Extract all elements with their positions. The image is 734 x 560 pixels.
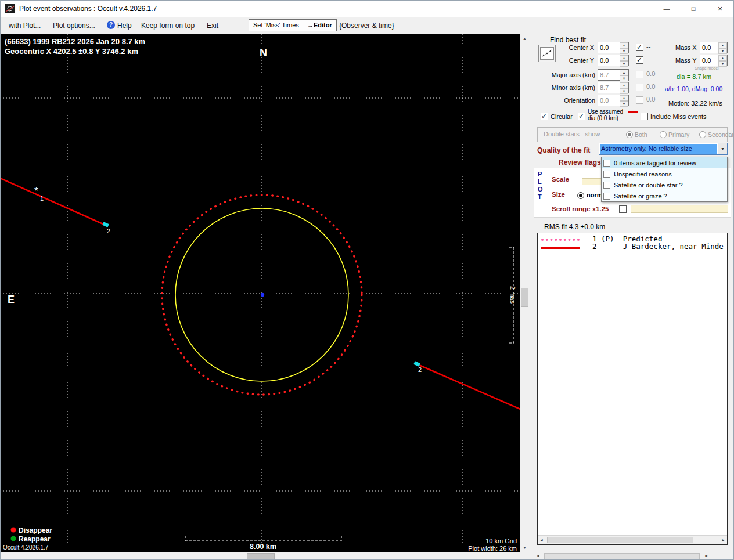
menu-plot-options[interactable]: Plot options...	[53, 21, 95, 30]
orientation-value[interactable]: 0.0	[598, 95, 620, 106]
center-y-checkbox[interactable]	[636, 56, 643, 64]
observation-row[interactable]: 2 J Bardecker, near Minde	[592, 242, 724, 251]
major-axis-spinner[interactable]: ▲▼	[620, 70, 628, 80]
spinner-up-icon[interactable]: ▲	[620, 55, 628, 61]
quality-combobox[interactable]: Astrometry only. No reliable size ▼	[599, 143, 728, 155]
maximize-button[interactable]: □	[680, 1, 707, 17]
motion-label: Motion: 32.22 km/s	[668, 100, 722, 107]
app-icon	[5, 4, 15, 13]
center-x-spinner[interactable]: ▲▼	[620, 42, 628, 53]
both-label: Both	[635, 131, 647, 138]
center-y-value[interactable]: 0.0	[598, 55, 620, 66]
observer-time-button[interactable]: {Observer & time}	[339, 21, 394, 30]
scroll-up-icon[interactable]: ▲	[520, 37, 530, 41]
plot-width-label: Plot width: 26 km	[468, 545, 517, 552]
star-mark-icon: *	[34, 185, 38, 197]
center-x-value[interactable]: 0.0	[598, 42, 620, 53]
grid-lines	[1, 34, 520, 552]
spinner-up-icon[interactable]: ▲	[620, 95, 628, 101]
spinner-down-icon[interactable]: ▼	[620, 101, 628, 107]
spinner-down-icon[interactable]: ▼	[620, 75, 628, 81]
both-radio[interactable]	[626, 131, 633, 138]
minor-axis-spinner[interactable]: ▲▼	[620, 82, 628, 93]
menu-exit[interactable]: Exit	[207, 21, 218, 30]
mass-x-value[interactable]: 0.0	[700, 42, 718, 53]
minimize-button[interactable]: —	[653, 1, 680, 17]
plot-vertical-scrollbar[interactable]: ▲ ▼	[520, 34, 530, 552]
mass-x-field[interactable]: 0.0 ▲▼	[700, 42, 728, 53]
spinner-down-icon[interactable]: ▼	[718, 48, 727, 54]
review-flag-checkbox[interactable]	[603, 193, 610, 200]
circular-checkbox[interactable]	[541, 113, 548, 120]
orientation-checkbox[interactable]	[636, 96, 643, 104]
scroll-range-checkbox[interactable]	[619, 205, 627, 213]
minor-axis-field[interactable]: 8.7 ▲▼	[598, 82, 629, 93]
center-y-spinner[interactable]: ▲▼	[620, 55, 628, 66]
include-miss-checkbox[interactable]	[641, 113, 648, 120]
menu-help[interactable]: Help	[117, 21, 132, 30]
mass-y-spinner[interactable]: ▲▼	[718, 55, 727, 66]
scroll-right-icon[interactable]: ►	[721, 538, 725, 542]
review-flag-item[interactable]: Satellite or double star ?	[602, 179, 727, 190]
review-flag-checkbox[interactable]	[603, 160, 610, 167]
chord1-end-marker[interactable]	[102, 222, 109, 227]
vertical-scroll-thumb[interactable]	[521, 288, 528, 307]
observations-h-scrollbar[interactable]: ◄ ►	[538, 535, 727, 544]
major-axis-value[interactable]: 8.7	[598, 70, 620, 80]
primary-radio[interactable]	[660, 131, 667, 138]
major-axis-checkbox[interactable]	[636, 71, 643, 78]
center-x-dash: --	[646, 43, 650, 50]
review-flag-checkbox[interactable]	[603, 171, 610, 178]
orientation-spinner[interactable]: ▲▼	[620, 95, 628, 106]
occultation-plot[interactable]: * 1 2 2 (66633) 1999 RB212 2026 Jan 20 8…	[1, 34, 520, 552]
orientation-field[interactable]: 0.0 ▲▼	[598, 95, 629, 106]
quality-value[interactable]: Astrometry only. No reliable size	[600, 144, 717, 154]
mass-y-field[interactable]: 0.0 ▲▼	[700, 55, 728, 66]
spinner-up-icon[interactable]: ▲	[620, 70, 628, 75]
review-flag-item[interactable]: Unspecified reasons	[602, 168, 727, 179]
combo-dropdown-icon[interactable]: ▼	[718, 143, 727, 154]
center-x-field[interactable]: 0.0 ▲▼	[598, 42, 629, 53]
orientation-label: Orientation	[546, 97, 595, 104]
chord-2[interactable]	[416, 364, 520, 410]
observations-list[interactable]: 1 (P) Predicted 2 J Bardecker, near Mind…	[537, 233, 728, 545]
review-flag-item[interactable]: Satellite or graze ?	[602, 190, 727, 201]
review-flag-checkbox[interactable]	[603, 182, 610, 189]
minor-axis-checkbox[interactable]	[636, 84, 643, 91]
help-icon[interactable]: ?	[107, 21, 115, 29]
spinner-down-icon[interactable]: ▼	[620, 61, 628, 67]
use-assumed-checkbox[interactable]	[578, 113, 585, 120]
scroll-down-icon[interactable]: ▼	[520, 545, 530, 550]
review-flag-item[interactable]: 0 items are tagged for review	[602, 157, 727, 168]
spinner-up-icon[interactable]: ▲	[620, 42, 628, 48]
set-miss-times-button[interactable]: Set 'Miss' Times	[249, 19, 304, 31]
menubar: with Plot... Plot options... ? Help Keep…	[1, 17, 733, 34]
mass-y-value[interactable]: 0.0	[700, 55, 718, 66]
menu-with-plot[interactable]: with Plot...	[9, 21, 41, 30]
major-axis-field[interactable]: 8.7 ▲▼	[598, 69, 629, 81]
find-best-fit-button[interactable]	[538, 45, 556, 62]
spinner-down-icon[interactable]: ▼	[620, 48, 628, 54]
panel-h-scroll-thumb[interactable]	[544, 553, 700, 559]
spinner-down-icon[interactable]: ▼	[620, 88, 628, 94]
center-x-checkbox[interactable]	[636, 44, 643, 51]
size-normal-radio[interactable]	[577, 192, 584, 199]
spinner-up-icon[interactable]: ▲	[718, 55, 727, 61]
menu-keep-on-top[interactable]: Keep form on top	[141, 21, 195, 30]
scroll-left-icon[interactable]: ◄	[536, 554, 540, 558]
secondary-radio[interactable]	[699, 131, 706, 138]
circular-label: Circular	[550, 113, 573, 120]
scroll-range-slider[interactable]	[631, 205, 728, 213]
minor-axis-value[interactable]: 8.7	[598, 82, 620, 93]
mass-x-spinner[interactable]: ▲▼	[718, 42, 727, 53]
spinner-up-icon[interactable]: ▲	[620, 82, 628, 88]
close-button[interactable]: ✕	[707, 1, 733, 17]
plot-h-scroll-thumb[interactable]	[247, 553, 275, 559]
center-y-field[interactable]: 0.0 ▲▼	[598, 55, 629, 66]
chord-1[interactable]	[1, 178, 107, 226]
scroll-right-icon[interactable]: ►	[704, 554, 708, 558]
observations-scroll-thumb[interactable]	[547, 537, 693, 543]
spinner-up-icon[interactable]: ▲	[718, 42, 727, 48]
scroll-left-icon[interactable]: ◄	[539, 538, 544, 542]
editor-button[interactable]: →Editor	[303, 19, 337, 31]
